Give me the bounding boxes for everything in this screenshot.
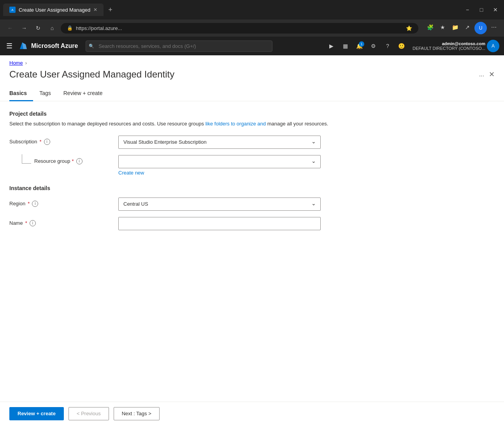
dashboard-icon[interactable]: ▦: [339, 40, 352, 52]
form-content: Project details Select the subscription …: [0, 111, 504, 230]
region-info-icon[interactable]: i: [32, 201, 38, 207]
region-select[interactable]: Central US: [118, 198, 321, 211]
name-required: *: [25, 220, 27, 226]
settings-icon: ⭐: [406, 25, 412, 31]
user-profile-icon[interactable]: U: [474, 22, 487, 34]
svg-text:A: A: [11, 8, 14, 12]
tab-tags[interactable]: Tags: [33, 86, 57, 101]
region-label: Region: [9, 201, 25, 206]
browser-close-button[interactable]: ✕: [490, 4, 501, 15]
feedback-icon[interactable]: 🙂: [395, 40, 408, 52]
name-control: [118, 217, 321, 230]
name-info-icon[interactable]: i: [30, 220, 36, 226]
subscription-group: Subscription * i Visual Studio Enterpris…: [9, 136, 495, 149]
tab-review-create[interactable]: Review + create: [57, 86, 109, 101]
region-control: Central US: [118, 198, 321, 211]
name-group: Name * i: [9, 217, 495, 230]
tab-basics[interactable]: Basics: [9, 86, 33, 101]
subscription-control: Visual Studio Enterprise Subscription: [118, 136, 321, 149]
user-email: admin@contoso.com: [442, 41, 485, 46]
refresh-button[interactable]: ↻: [33, 23, 44, 34]
tabs: Basics Tags Review + create: [0, 86, 504, 101]
name-label: Name: [9, 220, 23, 226]
subscription-info-icon[interactable]: i: [44, 139, 50, 145]
collections-icon[interactable]: 📁: [450, 22, 460, 33]
azure-logo-icon: [19, 41, 28, 51]
resource-group-label: Resource group: [34, 158, 70, 164]
resource-group-group: Resource group * i Create new: [9, 155, 495, 176]
notification-badge: 1: [359, 41, 364, 47]
favorites-icon[interactable]: ★: [437, 22, 448, 33]
notifications-icon[interactable]: 🔔 1: [353, 40, 366, 52]
page-close-button[interactable]: ✕: [489, 70, 495, 79]
subscription-label: Subscription: [9, 139, 37, 145]
subscription-select[interactable]: Visual Studio Enterprise Subscription: [118, 136, 321, 149]
address-bar[interactable]: 🔒 https://portal.azure... ⭐: [61, 23, 418, 34]
region-select-wrapper: Central US: [118, 198, 321, 211]
user-avatar[interactable]: A: [487, 40, 499, 52]
extensions-icon[interactable]: 🧩: [425, 22, 436, 33]
create-new-link[interactable]: Create new: [118, 170, 321, 176]
region-required: *: [28, 201, 30, 206]
description-text-1: Select the subscription to manage deploy…: [9, 121, 205, 127]
instance-details-section: Instance details: [9, 185, 495, 191]
menu-icon[interactable]: ☰: [5, 40, 14, 52]
page-content: Home › Create User Assigned Managed Iden…: [0, 55, 504, 402]
region-label-group: Region * i: [9, 198, 118, 207]
azure-logo: Microsoft Azure: [19, 41, 78, 51]
breadcrumb-separator: ›: [25, 60, 27, 66]
page-header: Create User Assigned Managed Identity ..…: [0, 66, 504, 86]
azure-search[interactable]: [86, 41, 272, 52]
forward-button[interactable]: →: [19, 23, 30, 34]
breadcrumb: Home ›: [0, 55, 504, 66]
settings-icon[interactable]: ⚙: [367, 40, 380, 52]
topbar-user-info: admin@contoso.com DEFAULT DIRECTORY (CON…: [413, 41, 485, 51]
back-button[interactable]: ←: [5, 23, 16, 34]
browser-tab[interactable]: A Create User Assigned Managed ✕: [3, 4, 104, 16]
new-tab-button[interactable]: +: [107, 4, 114, 16]
address-text: https://portal.azure...: [76, 25, 122, 31]
topbar-icons: ▶ ▦ 🔔 1 ⚙ ? 🙂 admin@contoso.com DEFAULT …: [325, 40, 499, 52]
resource-group-select-wrapper: [118, 155, 321, 168]
browser-actions: 🧩 ★ 📁 ↗ U ⋯: [425, 22, 499, 34]
more-options-icon[interactable]: ⋯: [488, 22, 499, 33]
resource-group-label-group: Resource group * i: [9, 155, 118, 164]
resource-group-required: *: [72, 158, 74, 164]
name-input[interactable]: [118, 217, 321, 230]
search-input[interactable]: [86, 41, 272, 52]
maximize-button[interactable]: □: [476, 4, 487, 15]
subscription-required: *: [40, 139, 42, 145]
azure-brand-name: Microsoft Azure: [31, 42, 78, 49]
tab-favicon: A: [9, 7, 16, 13]
browser-nav: ← → ↻ ⌂ 🔒 https://portal.azure... ⭐ 🧩 ★ …: [0, 19, 504, 37]
instance-details-title: Instance details: [9, 185, 495, 191]
azure-topbar: ☰ Microsoft Azure ▶ ▦ 🔔 1 ⚙ ? 🙂 admin@co…: [0, 37, 504, 55]
region-group: Region * i Central US: [9, 198, 495, 211]
description-link[interactable]: like folders to organize and: [205, 121, 266, 127]
cloud-shell-icon[interactable]: ▶: [325, 40, 338, 52]
help-icon[interactable]: ?: [381, 40, 394, 52]
resource-group-info-icon[interactable]: i: [76, 158, 83, 164]
subscription-select-wrapper: Visual Studio Enterprise Subscription: [118, 136, 321, 149]
project-details-title: Project details: [9, 111, 495, 117]
name-label-group: Name * i: [9, 217, 118, 226]
home-breadcrumb[interactable]: Home: [9, 60, 23, 66]
minimize-button[interactable]: −: [462, 4, 473, 15]
resource-group-control: Create new: [118, 155, 321, 176]
share-icon[interactable]: ↗: [462, 22, 473, 33]
browser-chrome: A Create User Assigned Managed ✕ + − □ ✕: [0, 0, 504, 19]
home-button[interactable]: ⌂: [47, 23, 58, 34]
description-text-2: manage all your resources.: [266, 121, 328, 127]
tab-close-button[interactable]: ✕: [93, 7, 97, 12]
tab-title: Create User Assigned Managed: [19, 7, 90, 13]
project-details-description: Select the subscription to manage deploy…: [9, 120, 495, 128]
lock-icon: 🔒: [67, 25, 73, 31]
resource-group-select[interactable]: [118, 155, 321, 168]
subscription-label-group: Subscription * i: [9, 136, 118, 145]
user-directory: DEFAULT DIRECTORY (CONTOSO...: [413, 46, 485, 51]
page-title: Create User Assigned Managed Identity: [9, 69, 474, 80]
page-more-button[interactable]: ...: [479, 71, 484, 78]
